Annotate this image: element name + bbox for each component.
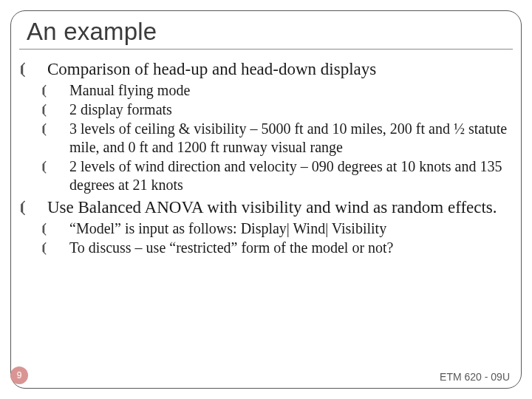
bullet-level1: ⦗Use Balanced ANOVA with visibility and … — [33, 197, 510, 218]
slide-title: An example — [27, 18, 513, 46]
bullet-icon: ⦗ — [33, 198, 47, 218]
bullet-text: “Model” is input as follows: Display| Wi… — [69, 220, 386, 236]
bullet-text: Manual flying mode — [69, 82, 190, 98]
bullet-text: 3 levels of ceiling & visibility – 5000 … — [69, 120, 507, 156]
bullet-icon: ⦗ — [55, 102, 69, 119]
bullet-text: To discuss – use “restricted” form of th… — [69, 239, 393, 256]
page-number-badge: 9 — [10, 366, 28, 384]
bullet-level1: ⦗Comparison of head-up and head-down dis… — [33, 58, 510, 80]
bullet-level2: ⦗3 levels of ceiling & visibility – 5000… — [55, 120, 510, 157]
bullet-level2: ⦗2 levels of wind direction and velocity… — [55, 157, 510, 195]
footer-text: ETM 620 - 09U — [440, 371, 510, 383]
bullet-text: 2 levels of wind direction and velocity … — [69, 158, 502, 194]
bullet-icon: ⦗ — [33, 60, 47, 80]
title-divider — [19, 49, 513, 50]
bullet-icon: ⦗ — [55, 221, 69, 238]
slide-body: ⦗Comparison of head-up and head-down dis… — [19, 58, 513, 258]
slide: An example ⦗Comparison of head-up and he… — [0, 0, 532, 399]
bullet-icon: ⦗ — [55, 159, 69, 176]
bullet-icon: ⦗ — [55, 240, 69, 257]
bullet-level2: ⦗To discuss – use “restricted” form of t… — [55, 239, 510, 258]
bullet-level2: ⦗2 display formats — [55, 100, 510, 120]
bullet-icon: ⦗ — [55, 121, 69, 138]
page-number: 9 — [17, 370, 22, 381]
bullet-level2: ⦗“Model” is input as follows: Display| W… — [55, 219, 510, 239]
bullet-level2: ⦗Manual flying mode — [55, 81, 510, 100]
bullet-text: Use Balanced ANOVA with visibility and w… — [47, 198, 497, 216]
bullet-icon: ⦗ — [55, 83, 69, 100]
bullet-text: 2 display formats — [69, 101, 172, 117]
bullet-text: Comparison of head-up and head-down disp… — [47, 60, 376, 78]
